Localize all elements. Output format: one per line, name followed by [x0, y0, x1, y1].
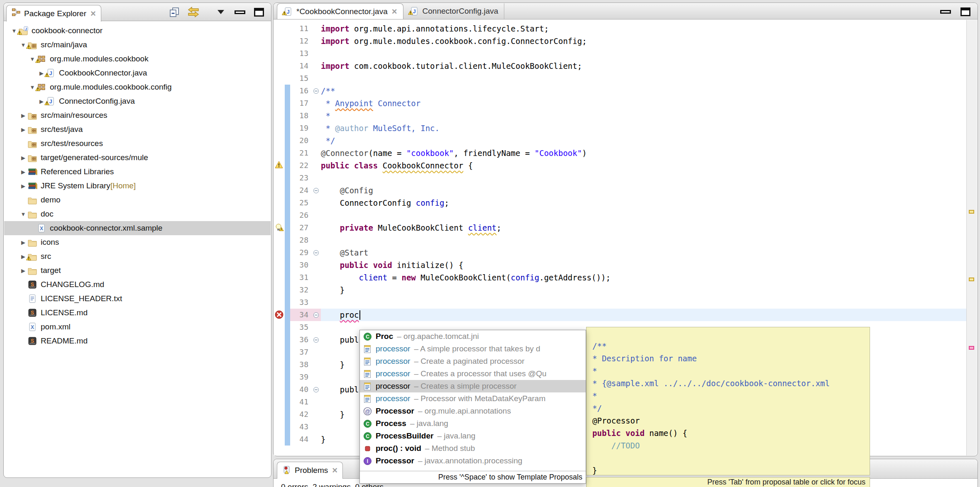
minimize-icon[interactable] [234, 6, 246, 18]
code-line-21[interactable]: 21@Connector(name = "cookbook", friendly… [274, 147, 967, 159]
editor-tab-cookbookconnector-java[interactable]: J*CookbookConnector.java× [277, 3, 403, 19]
overview-warning-marker[interactable] [969, 278, 974, 281]
maximize-icon[interactable] [253, 6, 265, 18]
gutter-cell [274, 147, 285, 159]
code-line-17[interactable]: 17 * Anypoint Connector [274, 97, 967, 110]
tree-item-doc[interactable]: ▼doc [4, 207, 271, 221]
tree-item-src-main-resources[interactable]: ▶src/main/resources [4, 108, 271, 122]
maximize-icon[interactable] [959, 6, 972, 17]
close-icon[interactable]: × [392, 7, 397, 16]
proposal-8-process[interactable]: CProcess – java.lang [360, 417, 586, 430]
tree-expander-collapsed-icon[interactable]: ▶ [19, 127, 27, 133]
close-icon[interactable]: × [90, 9, 96, 18]
proposal-3-processor[interactable]: processor – Create a paginated processor [360, 355, 586, 368]
code-line-28[interactable]: 28 [274, 234, 967, 246]
tree-item-cookbookconnector-java[interactable]: ▶JCookbookConnector.java [4, 66, 271, 80]
code-line-11[interactable]: 11import org.mule.api.annotations.lifecy… [274, 22, 967, 35]
tree-expander-collapsed-icon[interactable]: ▶ [19, 268, 27, 274]
code-line-20[interactable]: 20 */ [274, 134, 967, 147]
fold-toggle-icon[interactable] [311, 309, 321, 321]
tree-item-src[interactable]: ▶src [4, 249, 271, 263]
fold-toggle-icon[interactable] [311, 383, 321, 396]
minimize-icon[interactable] [939, 6, 952, 17]
range-indicator-bar [285, 122, 290, 134]
link-with-editor-icon[interactable] [187, 6, 200, 18]
code-line-29[interactable]: 29 @Start [274, 246, 967, 259]
tab-problems[interactable]: Problems × [277, 462, 343, 479]
tree-item-license-md[interactable]: SLICENSE.md [4, 306, 271, 320]
tree-item-readme-md[interactable]: SREADME.md [4, 334, 271, 348]
proposal-2-processor[interactable]: processor – A simple processor that take… [360, 343, 586, 355]
code-line-26[interactable]: 26 [274, 209, 967, 222]
proposal-5-processor[interactable]: processor – Creates a simple processor [360, 380, 586, 392]
code-line-23[interactable]: 23 [274, 172, 967, 184]
code-line-15[interactable]: 15 [274, 72, 967, 85]
tree-item-src-test-java[interactable]: ▶src/test/java [4, 122, 271, 136]
proposal-6-processor[interactable]: processor – Processor with MetaDataKeyPa… [360, 392, 586, 405]
code-line-34[interactable]: 34 proc [274, 309, 967, 321]
close-icon[interactable]: × [332, 466, 337, 475]
error-marker-icon[interactable] [274, 309, 285, 321]
tree-expander-collapsed-icon[interactable]: ▶ [19, 112, 27, 119]
proposal-10-proc-void[interactable]: proc() : void – Method stub [360, 442, 586, 455]
code-text: client = new MuleCookBookClient(config.g… [321, 271, 967, 284]
tree-item-cookbook-connector-xml-sample[interactable]: Xcookbook-connector.xml.sample [4, 221, 271, 235]
tree-expander-collapsed-icon[interactable]: ▶ [19, 155, 27, 161]
tree-item-org-mule-modules-cookbook-config[interactable]: ▼org.mule.modules.cookbook.config [4, 80, 271, 94]
tree-item-cookbook-connector[interactable]: ▼Jcookbook-connector [4, 24, 271, 38]
tree-item-license-header-txt[interactable]: LICENSE_HEADER.txt [4, 292, 271, 306]
tree-item-pom-xml[interactable]: Xpom.xml [4, 320, 271, 334]
code-line-24[interactable]: 24 @Config [274, 184, 967, 197]
tab-package-explorer[interactable]: Package Explorer × [6, 5, 101, 22]
code-line-30[interactable]: 30 public void initialize() { [274, 259, 967, 271]
tree-item-target-generated-sources-mule[interactable]: ▶target/generated-sources/mule [4, 151, 271, 165]
code-line-12[interactable]: 12import org.mule.modules.cookbook.confi… [274, 35, 967, 47]
code-line-16[interactable]: 16/** [274, 85, 967, 97]
doc-line: * [592, 390, 870, 402]
proposal-11-processor[interactable]: IProcessor – javax.annotation.processing [360, 455, 586, 467]
collapse-all-icon[interactable] [168, 6, 181, 18]
code-line-22[interactable]: 22public class CookbookConnector { [274, 159, 967, 172]
fold-toggle-icon[interactable] [311, 184, 321, 197]
doc-line: } [592, 464, 870, 475]
tree-item-target[interactable]: ▶target [4, 263, 271, 278]
fold-toggle-icon[interactable] [311, 85, 321, 97]
overview-error-marker[interactable] [969, 346, 974, 350]
proposal-7-processor[interactable]: @Processor – org.mule.api.annotations [360, 405, 586, 417]
code-line-25[interactable]: 25 ConnectorConfig config; [274, 197, 967, 209]
tree-expander-collapsed-icon[interactable]: ▶ [19, 239, 27, 246]
fold-toggle-icon[interactable] [311, 334, 321, 346]
code-line-31[interactable]: 31 client = new MuleCookBookClient(confi… [274, 271, 967, 284]
code-line-18[interactable]: 18 * [274, 110, 967, 122]
tree-item-src-test-resources[interactable]: src/test/resources [4, 136, 271, 151]
tree-item-demo[interactable]: demo [4, 193, 271, 207]
view-menu-icon[interactable] [215, 6, 227, 18]
proposal-4-processor[interactable]: processor – Creates a processor that use… [360, 368, 586, 380]
bulb-marker-icon[interactable] [274, 222, 285, 234]
code-line-14[interactable]: 14import com.cookbook.tutorial.client.Mu… [274, 60, 967, 72]
tree-expander-expanded-icon[interactable]: ▼ [19, 211, 27, 217]
overview-warning-marker[interactable] [969, 210, 974, 214]
fold-toggle-icon[interactable] [311, 246, 321, 259]
tree-item-org-mule-modules-cookbook[interactable]: ▼org.mule.modules.cookbook [4, 52, 271, 66]
code-line-27[interactable]: 27 private MuleCookBookClient client; [274, 222, 967, 234]
proposal-list: CProc – org.apache.tomcat.jniprocessor –… [360, 330, 586, 472]
code-line-19[interactable]: 19 * @author MuleSoft, Inc. [274, 122, 967, 134]
tree-expander-collapsed-icon[interactable]: ▶ [19, 183, 27, 189]
tree-item-src-main-java[interactable]: ▼src/main/java [4, 38, 271, 52]
tree-item-connectorconfig-java[interactable]: ▶JConnectorConfig.java [4, 94, 271, 108]
tree-item-icons[interactable]: ▶icons [4, 235, 271, 249]
code-line-33[interactable]: 33 [274, 296, 967, 309]
line-number: 29 [290, 246, 311, 259]
code-line-32[interactable]: 32 } [274, 284, 967, 296]
tree-item-referenced-libraries[interactable]: ▶Referenced Libraries [4, 165, 271, 179]
editor-tab-connectorconfig-java[interactable]: JConnectorConfig.java [403, 3, 505, 19]
proposal-1-proc[interactable]: CProc – org.apache.tomcat.jni [360, 330, 586, 343]
tree-item-changelog-md[interactable]: SCHANGELOG.md [4, 278, 271, 292]
tree-expander-collapsed-icon[interactable]: ▶ [19, 169, 27, 175]
code-line-13[interactable]: 13 [274, 47, 967, 60]
tree-item-jre-system-library[interactable]: ▶JRE System Library [Home] [4, 179, 271, 193]
overview-ruler[interactable] [966, 20, 977, 455]
warning-marker-icon[interactable] [274, 159, 285, 172]
proposal-9-processbuilder[interactable]: CProcessBuilder – java.lang [360, 430, 586, 442]
